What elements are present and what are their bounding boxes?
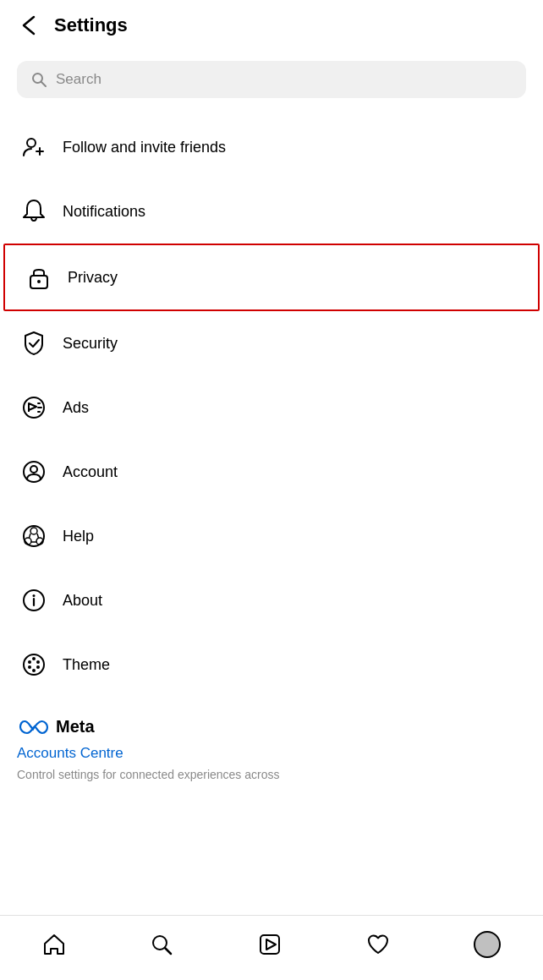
nav-search[interactable] bbox=[136, 928, 187, 961]
theme-icon bbox=[17, 648, 51, 682]
svg-line-1 bbox=[41, 82, 47, 87]
svg-point-29 bbox=[32, 669, 36, 672]
home-icon bbox=[42, 933, 66, 956]
account-icon bbox=[17, 455, 51, 489]
nav-reels[interactable] bbox=[244, 928, 295, 961]
ads-icon bbox=[17, 391, 51, 424]
page-title: Settings bbox=[54, 14, 128, 36]
menu-item-theme[interactable]: Theme bbox=[0, 632, 543, 697]
follow-icon bbox=[17, 130, 51, 164]
meta-logo-text: Meta bbox=[56, 717, 95, 736]
menu-item-privacy[interactable]: Privacy bbox=[3, 244, 540, 311]
svg-point-14 bbox=[30, 528, 37, 534]
search-bar[interactable]: Search bbox=[17, 61, 526, 98]
heart-icon bbox=[366, 933, 390, 956]
reels-icon bbox=[258, 933, 282, 956]
svg-point-25 bbox=[36, 660, 40, 664]
accounts-centre-link[interactable]: Accounts Centre bbox=[17, 745, 526, 762]
privacy-label: Privacy bbox=[68, 269, 118, 287]
svg-point-2 bbox=[27, 139, 36, 147]
menu-item-help[interactable]: Help bbox=[0, 504, 543, 568]
menu-item-ads[interactable]: Ads bbox=[0, 375, 543, 440]
svg-line-31 bbox=[165, 948, 171, 954]
search-icon bbox=[30, 71, 47, 88]
theme-label: Theme bbox=[63, 656, 110, 674]
meta-description: Control settings for connected experienc… bbox=[17, 768, 280, 781]
svg-point-28 bbox=[36, 665, 40, 669]
nav-likes[interactable] bbox=[353, 928, 403, 961]
header: Settings bbox=[0, 0, 543, 51]
nav-home[interactable] bbox=[29, 928, 80, 961]
account-label: Account bbox=[63, 463, 118, 481]
profile-avatar bbox=[474, 931, 501, 958]
shield-icon bbox=[17, 326, 51, 360]
menu-item-security[interactable]: Security bbox=[0, 311, 543, 375]
svg-point-22 bbox=[33, 594, 36, 597]
help-icon bbox=[17, 519, 51, 553]
svg-point-24 bbox=[28, 660, 31, 664]
menu-item-about[interactable]: About bbox=[0, 568, 543, 632]
security-label: Security bbox=[63, 335, 118, 353]
back-button[interactable] bbox=[17, 14, 41, 37]
menu-item-follow[interactable]: Follow and invite friends bbox=[0, 115, 543, 179]
svg-line-18 bbox=[37, 534, 39, 538]
meta-section: Meta Accounts Centre Control settings fo… bbox=[0, 697, 543, 789]
svg-marker-33 bbox=[266, 939, 276, 950]
search-placeholder: Search bbox=[56, 71, 101, 88]
follow-label: Follow and invite friends bbox=[63, 139, 226, 156]
svg-point-13 bbox=[24, 526, 44, 546]
ads-label: Ads bbox=[63, 399, 89, 417]
nav-profile[interactable] bbox=[460, 926, 514, 963]
svg-line-17 bbox=[30, 534, 31, 538]
meta-logo: Meta bbox=[17, 717, 526, 736]
meta-logo-icon bbox=[17, 718, 51, 736]
settings-menu: Follow and invite friends Notifications … bbox=[0, 115, 543, 697]
help-label: Help bbox=[63, 528, 94, 545]
svg-point-12 bbox=[30, 466, 37, 473]
menu-item-account[interactable]: Account bbox=[0, 440, 543, 504]
svg-point-26 bbox=[32, 657, 36, 660]
menu-item-notifications[interactable]: Notifications bbox=[0, 179, 543, 244]
lock-icon bbox=[22, 260, 56, 294]
about-label: About bbox=[63, 592, 102, 610]
bell-icon bbox=[17, 194, 51, 228]
search-nav-icon bbox=[150, 933, 173, 956]
notifications-label: Notifications bbox=[63, 203, 145, 221]
info-icon bbox=[17, 583, 51, 617]
bottom-nav bbox=[0, 915, 543, 980]
svg-point-27 bbox=[28, 665, 31, 669]
search-container: Search bbox=[17, 61, 526, 98]
svg-point-6 bbox=[37, 280, 41, 283]
